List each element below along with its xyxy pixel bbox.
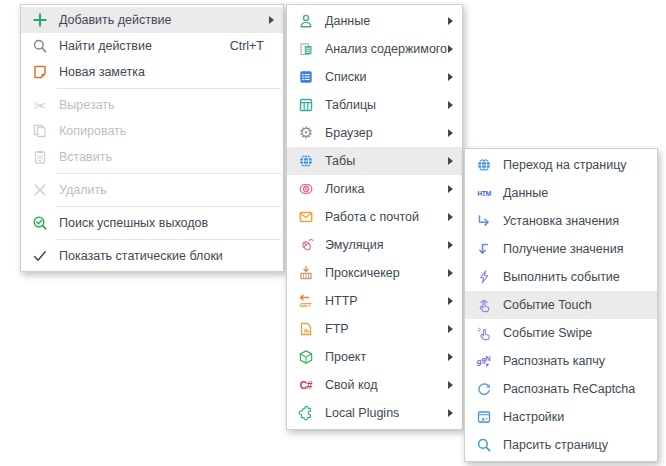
menu-item-label: Распознать капчу: [503, 354, 605, 368]
menu-item-label: Событие Touch: [503, 298, 592, 312]
menu-item: Копировать: [21, 118, 283, 144]
swipe-icon: [474, 325, 494, 342]
menu-item[interactable]: Получение значения: [465, 235, 657, 263]
menu-item-label: Вырезать: [59, 98, 115, 112]
window-icon: [474, 409, 494, 426]
menu-item[interactable]: Показать статические блоки: [21, 243, 283, 269]
menu-item[interactable]: Поиск успешных выходов: [21, 210, 283, 236]
menu-item[interactable]: Табы: [287, 147, 462, 175]
menu-item[interactable]: Анализ содержимого: [287, 35, 462, 63]
lightning-icon: [474, 269, 494, 286]
menu-item[interactable]: C#Свой код: [287, 371, 462, 399]
recaptcha-icon: [474, 381, 494, 398]
note-icon: [30, 64, 50, 81]
delete-icon: [30, 182, 50, 199]
menu-item-label: Свой код: [325, 378, 378, 392]
menu-item-label: Вставить: [59, 150, 112, 164]
submenu-arrow-icon: [448, 353, 453, 361]
menu-item-label: Выполнить событие: [503, 270, 620, 284]
submenu-arrow-icon: [448, 325, 453, 333]
menu-item: ✂Вырезать: [21, 92, 283, 118]
menu-item[interactable]: Local Plugins: [287, 399, 462, 427]
get-value-icon: [474, 241, 494, 258]
menu-item[interactable]: HTMДанные: [465, 179, 657, 207]
menu-item[interactable]: Переход на страницу: [465, 151, 657, 179]
globe-icon: [296, 153, 316, 170]
menu-item-label: Проксичекер: [325, 266, 400, 280]
menu-item[interactable]: Настройки: [465, 403, 657, 431]
context-menu: Добавить действиеНайти действиеCtrl+TНов…: [20, 4, 284, 272]
menu-item-label: HTTP: [325, 294, 358, 308]
menu-item-label: Настройки: [503, 410, 564, 424]
submenu-arrow-icon: [448, 381, 453, 389]
menu-item[interactable]: Проект: [287, 343, 462, 371]
menu-item[interactable]: ⚙Браузер: [287, 119, 462, 147]
menu-item-label: Копировать: [59, 124, 126, 138]
person-icon: [296, 13, 316, 30]
content-analysis-icon: [296, 41, 316, 58]
menu-item[interactable]: Эмуляция: [287, 231, 462, 259]
menu-item-label: Браузер: [325, 126, 373, 140]
search-icon: [30, 38, 50, 55]
menu-item-label: Табы: [325, 154, 355, 168]
submenu-arrow-icon: [448, 409, 453, 417]
menu-item-label: Установка значения: [503, 214, 619, 228]
puzzle-icon: [296, 405, 316, 422]
submenu-arrow-icon: [448, 129, 453, 137]
menu-item[interactable]: Добавить действие: [21, 7, 283, 33]
menu-item-label: Данные: [503, 186, 548, 200]
ftp-icon: [296, 321, 316, 338]
menu-item[interactable]: Событие Swipe: [465, 319, 657, 347]
menu-item[interactable]: Установка значения: [465, 207, 657, 235]
menu-item-label: Списки: [325, 70, 366, 84]
menu-item-label: Эмуляция: [325, 238, 384, 252]
submenu-arrow-icon: [448, 101, 453, 109]
menu-item[interactable]: GETHTTP: [287, 287, 462, 315]
cube-icon: [296, 349, 316, 366]
set-value-icon: [474, 213, 494, 230]
menu-separator: [57, 206, 281, 207]
proxy-box-icon: [296, 265, 316, 282]
copy-icon: [30, 123, 50, 140]
menu-item[interactable]: FTP: [287, 315, 462, 343]
menu-item-label: Событие Swipe: [503, 326, 592, 340]
menu-item[interactable]: Найти действиеCtrl+T: [21, 33, 283, 59]
menu-item[interactable]: Событие Touch: [465, 291, 657, 319]
menu-item-label: Получение значения: [503, 242, 623, 256]
menu-item[interactable]: g9NРаспознать капчу: [465, 347, 657, 375]
menu-item[interactable]: Проксичекер: [287, 259, 462, 287]
svg-text:GET: GET: [300, 302, 312, 308]
http-get-icon: GET: [296, 293, 316, 310]
menu-item[interactable]: Новая заметка: [21, 59, 283, 85]
menu-item: Удалить: [21, 177, 283, 203]
menu-separator: [57, 88, 281, 89]
htm-icon: HTM: [474, 185, 494, 202]
menu-item-label: Удалить: [59, 183, 107, 197]
menu-item-label: Найти действие: [59, 39, 152, 53]
submenu-arrow-icon: [448, 213, 453, 221]
menu-item[interactable]: Выполнить событие: [465, 263, 657, 291]
csharp-icon: C#: [296, 377, 316, 394]
menu-item[interactable]: Данные: [287, 7, 462, 35]
menu-item[interactable]: Списки: [287, 63, 462, 91]
mouse-icon: [296, 237, 316, 254]
captcha-icon: g9N: [474, 353, 494, 370]
svg-text:N: N: [486, 355, 491, 362]
submenu-arrow-icon: [448, 157, 453, 165]
menu-item-label: Local Plugins: [325, 406, 399, 420]
plus-icon: [30, 12, 50, 29]
menu-item[interactable]: Таблицы: [287, 91, 462, 119]
menu-separator: [57, 239, 281, 240]
menu-item-label: Логика: [325, 182, 364, 196]
menu-item[interactable]: Распознать ReCaptcha: [465, 375, 657, 403]
menu-item: Вставить: [21, 144, 283, 170]
menu-item[interactable]: Логика: [287, 175, 462, 203]
menu-item[interactable]: Работа с почтой: [287, 203, 462, 231]
lists-icon: [296, 69, 316, 86]
tabs-submenu: Переход на страницуHTMДанныеУстановка зн…: [464, 148, 658, 462]
gear-icon: ⚙: [296, 125, 316, 142]
submenu-arrow-icon: [448, 241, 453, 249]
menu-item[interactable]: Парсить страницу: [465, 431, 657, 459]
menu-item-label: Новая заметка: [59, 65, 145, 79]
menu-item-label: Таблицы: [325, 98, 376, 112]
